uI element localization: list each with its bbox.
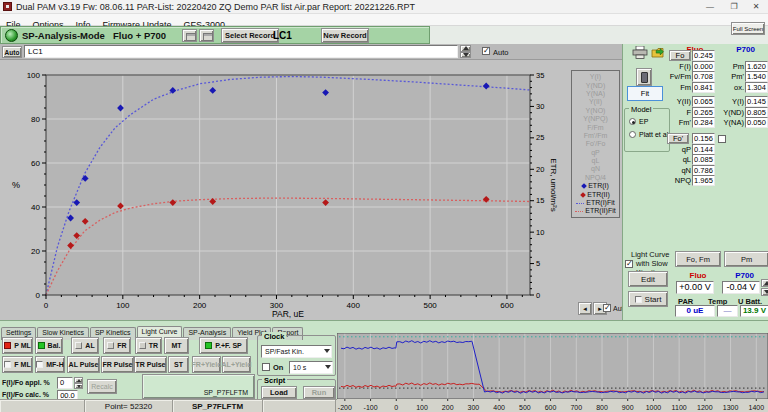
svg-text:800: 800 (596, 404, 608, 411)
clock-on-label: On (273, 363, 283, 372)
fluo-value-qp: 0.144 (692, 144, 715, 155)
edit-button[interactable]: Edit (628, 271, 668, 287)
clock-interval-select[interactable]: 10 s (289, 361, 333, 374)
record-auto-checkbox[interactable] (482, 47, 490, 55)
legend-item-fo-fo[interactable]: Fo'/Fo (572, 140, 619, 148)
fluo-label-fo[interactable]: Fo' (667, 133, 689, 144)
legend-item-etr-i-fit[interactable]: ETR(I)Fit (572, 199, 619, 207)
clock-on-checkbox[interactable] (262, 363, 270, 371)
script-load-button[interactable]: Load (261, 386, 297, 399)
legend-label: Y(NPQ) (583, 115, 608, 123)
legend-label: ETR(II) (587, 191, 610, 199)
clock-group-title: Clock (262, 332, 286, 341)
fluo-label-npq: NPQ (651, 176, 691, 185)
export-icon[interactable] (651, 45, 667, 63)
legend-item-ql[interactable]: qL (572, 157, 619, 165)
fifo-appl-value[interactable]: 0 (57, 377, 73, 389)
p700-value-y-na: 0.050 (745, 117, 768, 128)
button-label: P.+F. SP (215, 342, 242, 349)
p700-value-y-nd: 0.805 (745, 107, 768, 118)
script-run-button[interactable]: Run (303, 386, 335, 399)
fluo-label-y-ii: Y(II) (651, 97, 691, 106)
record-field[interactable] (24, 45, 458, 58)
button-mt[interactable]: MT (164, 337, 189, 354)
legend-item-qn[interactable]: qN (572, 165, 619, 173)
legend-item-f-fm[interactable]: F/Fm (572, 123, 619, 131)
record-auto-label: Auto (493, 48, 508, 57)
legend-item-etr-ii-fit[interactable]: ETR(II)Fit (572, 207, 619, 215)
button-bal[interactable]: Bal. (35, 337, 63, 354)
light-curve-checkbox[interactable] (625, 260, 633, 268)
start-checkbox[interactable] (635, 296, 642, 303)
button-tr-pulse[interactable]: TR Pulse (134, 356, 167, 373)
button-al-yield[interactable]: AL+Yield (222, 356, 251, 373)
status-cell-blank (0, 400, 85, 412)
legend-item-y-npq[interactable]: Y(NPQ) (572, 115, 619, 123)
fo-fm-button[interactable]: Fo, Fm (675, 251, 721, 267)
p700-value-pm: 1.620 (745, 61, 768, 72)
legend-item-etr-ii[interactable]: ETR(II) (572, 190, 619, 198)
scroll-left-icon[interactable]: ◄ (578, 302, 592, 315)
legend-item-y-no[interactable]: Y(NO) (572, 107, 619, 115)
maximize-icon[interactable]: ❐ (726, 1, 742, 12)
svg-text:500: 500 (423, 301, 437, 310)
legend-item-fm-fm[interactable]: Fm'/Fm (572, 132, 619, 140)
svg-text:0: 0 (394, 404, 398, 411)
voltage-spin-up-icon[interactable] (761, 279, 768, 287)
select-record-button[interactable]: Select Record (221, 28, 279, 43)
button-al[interactable]: AL (71, 337, 99, 354)
button-f-ml[interactable]: F ML (2, 356, 33, 373)
fluo-label-qp: qP (651, 145, 691, 154)
model-option-platt-et-al[interactable]: Platt et al. (625, 128, 669, 141)
clock-mode-select[interactable]: SP/Fast Kin. (261, 345, 332, 358)
fifo-calc-label: F(I)/Fo calc. % (2, 391, 49, 398)
auto-button[interactable]: Auto (2, 46, 22, 58)
legend-item-y-i[interactable]: Y(I) (572, 73, 619, 81)
legend-item-etr-i[interactable]: ETR(I) (572, 182, 619, 190)
print-icon[interactable] (632, 45, 648, 63)
pm-button[interactable]: Pm (724, 251, 768, 267)
fluo-label-fo[interactable]: Fo (669, 50, 691, 61)
legend-item-y-ii[interactable]: Y(II) (572, 98, 619, 106)
button-fr[interactable]: FR (103, 337, 131, 354)
device-button[interactable] (636, 68, 652, 86)
button-st[interactable]: ST (168, 356, 189, 373)
button-mf-h[interactable]: MF-H (35, 356, 65, 373)
clock-mode-value: SP/Fast Kin. (265, 348, 304, 355)
check-indicator (4, 361, 11, 368)
clock-interval-value: 10 s (293, 364, 306, 371)
close-icon[interactable]: ✕ (748, 1, 764, 12)
legend-item-y-na[interactable]: Y(NA) (572, 90, 619, 98)
button-tr[interactable]: TR (135, 337, 162, 354)
record-spin-down-icon[interactable] (460, 52, 471, 59)
button-fr-yield[interactable]: FR+Yield (192, 356, 221, 373)
legend-dot-marker (581, 183, 587, 189)
button-al-pulse[interactable]: AL Pulse (67, 356, 100, 373)
fluo-value-npq: 1.965 (692, 175, 715, 186)
p700-label-ox: ox. (704, 83, 744, 92)
light-curve-line-1: Light Curve (631, 250, 669, 259)
button-p-ml[interactable]: P ML (2, 337, 33, 354)
legend-label: Y(NA) (586, 90, 605, 98)
legend-item-npq-4[interactable]: NPQ/4 (572, 174, 619, 182)
off-indicator (139, 342, 146, 349)
new-record-button[interactable]: New Record (321, 28, 369, 43)
start-button[interactable]: Start (628, 291, 668, 307)
legend-label: Fm'/Fm (584, 132, 608, 140)
recalc-button[interactable]: Recalc (87, 379, 117, 394)
fluo-fo-checkbox[interactable] (718, 135, 726, 143)
button-fr-pulse[interactable]: FR Pulse (101, 356, 134, 373)
chart-auto-checkbox[interactable] (603, 304, 611, 312)
legend-item-qp[interactable]: qP (572, 149, 619, 157)
legend-item-y-nd[interactable]: Y(ND) (572, 81, 619, 89)
fifo-spin-down-icon[interactable] (74, 383, 83, 389)
button-p-f-sp[interactable]: P.+F. SP (199, 337, 248, 354)
minimize-icon[interactable]: — (702, 1, 718, 12)
chart-view-button[interactable] (182, 29, 197, 42)
voltage-spin-down-icon[interactable] (761, 288, 768, 296)
button-label: F ML (14, 361, 30, 368)
table-view-button[interactable] (199, 29, 214, 42)
full-screen-button[interactable]: Full Screen (731, 22, 765, 35)
bottom-section: SettingsSlow KineticsSP KineticsLight Cu… (0, 320, 768, 412)
green-indicator (205, 342, 212, 349)
